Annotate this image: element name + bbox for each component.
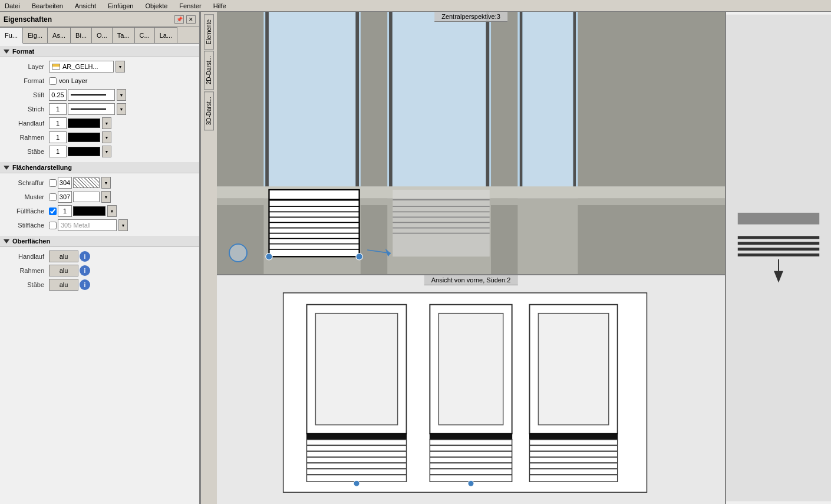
nav-circle[interactable] [229,243,248,262]
handlauf-num-line: 1 [49,117,111,129]
side-tab-3d[interactable]: 3D-Darst... [204,91,214,130]
prop-ob-staebe-row: Stäbe alu i [0,278,199,292]
rahmen-color-box[interactable] [68,133,100,142]
schraffur-dropdown-arrow[interactable] [101,177,111,189]
schraffur-pattern-box[interactable] [73,177,100,188]
prop-handlauf-format-label: Handlauf [5,120,49,127]
svg-rect-77 [738,242,819,245]
ob-handlauf-btn[interactable]: alu [49,251,78,262]
prop-handlauf-format-control: 1 [49,117,194,129]
menu-datei[interactable]: Datei [2,2,22,9]
viewport-2d[interactable]: Ansicht von vorne, Süden:2 [217,274,725,504]
rahmen-num-box[interactable]: 1 [49,131,67,143]
svg-rect-48 [306,434,406,440]
far-right-viewport [726,12,831,504]
viewport-3d[interactable]: Zentralperspektive:3 [217,12,725,274]
staebe-color-box[interactable] [68,147,100,156]
menu-objekte[interactable]: Objekte [143,2,170,9]
strich-num-line: 1 [49,103,126,115]
menu-bearbeiten[interactable]: Bearbeiten [29,2,65,9]
format-checkbox[interactable] [49,77,57,85]
staebe-dropdown-arrow[interactable] [102,146,111,157]
menu-hilfe[interactable]: Hilfe [211,2,229,9]
prop-ob-handlauf-label: Handlauf [5,253,49,260]
side-tab-elemente[interactable]: Elemente [204,14,214,50]
muster-pattern-box[interactable] [73,192,100,202]
properties-panel: Eigenschaften 📌 ✕ Fu... Eig... As... Bi.… [0,12,200,504]
menu-einfuegen[interactable]: Einfügen [105,2,136,9]
svg-rect-74 [726,15,831,502]
ob-staebe-info-btn[interactable]: i [80,279,90,290]
prop-stift-label: Stift [5,91,49,98]
tab-bi[interactable]: Bi... [71,27,92,43]
panel-close-button[interactable]: ✕ [186,15,196,24]
svg-rect-10 [269,12,355,187]
stift-line-preview [71,94,106,95]
side-tab-2d[interactable]: 2D-Darst... [204,51,214,90]
muster-num[interactable]: 307 [58,191,72,203]
strich-line-select[interactable] [68,103,115,115]
section-oberflaechen-triangle [4,239,9,243]
panel-pin-button[interactable]: 📌 [174,15,184,24]
tab-ta[interactable]: Ta... [113,27,135,43]
side-toolbar: Elemente 2D-Darst... 3D-Darst... [200,12,217,504]
stift-line-select[interactable] [68,89,115,101]
svg-rect-45 [438,314,503,425]
prop-rahmen-format-row: Rahmen 1 [0,130,199,144]
schraffur-checkbox[interactable] [49,179,57,187]
fuellflaeche-checkbox[interactable] [49,207,57,215]
prop-strich-row: Strich 1 [0,102,199,116]
prop-stift-control: 0.25 [49,89,194,101]
stilflaeche-select[interactable]: 305 Metall [58,219,117,231]
svg-rect-3 [578,12,725,274]
handlauf-num-box[interactable]: 1 [49,117,67,129]
tab-fu[interactable]: Fu... [0,27,23,44]
tab-as[interactable]: As... [48,27,71,43]
top-menubar: Datei Bearbeiten Ansicht Einfügen Objekt… [0,0,831,12]
ob-rahmen-btn[interactable]: alu [49,265,78,276]
strich-dropdown-arrow[interactable] [117,103,126,115]
section-flaeche-triangle [4,166,9,170]
section-flaeche-header[interactable]: Flächendarstellung [0,162,199,173]
section-flaeche-label: Flächendarstellung [12,164,72,171]
svg-rect-43 [315,314,397,425]
layer-value: AR_GELH... [62,63,98,70]
prop-staebe-format-row: Stäbe 1 [0,144,199,159]
stift-dropdown-arrow[interactable] [117,89,126,101]
fuellflaeche-color-box[interactable] [73,206,105,216]
stilflaeche-dropdown-arrow[interactable] [118,219,128,231]
elevation-svg [726,12,831,504]
rahmen-num-line: 1 [49,131,111,143]
stilflaeche-checkbox[interactable] [49,222,57,229]
prop-fuellflaeche-control: 1 [49,205,194,217]
stift-num-box[interactable]: 0.25 [49,89,67,101]
prop-ob-handlauf-control: alu i [49,251,194,262]
layer-select[interactable]: AR_GELH... [49,61,114,73]
tab-c[interactable]: C... [135,27,155,43]
svg-rect-47 [538,314,608,425]
ob-staebe-btn[interactable]: alu [49,279,78,291]
ob-handlauf-info-btn[interactable]: i [80,251,90,262]
section-oberflaechen-header[interactable]: Oberflächen [0,236,199,247]
muster-checkbox[interactable] [49,193,57,201]
handlauf-dropdown-arrow[interactable] [102,117,111,129]
section-format-header[interactable]: Format [0,46,199,57]
rahmen-dropdown-arrow[interactable] [102,131,111,143]
layer-dropdown-arrow[interactable] [116,61,125,73]
prop-ob-rahmen-control: alu i [49,265,194,276]
muster-dropdown-arrow[interactable] [101,191,111,203]
fuellflaeche-dropdown-arrow[interactable] [107,205,117,217]
strich-num-box[interactable]: 1 [49,103,67,115]
svg-rect-2 [217,12,263,274]
menu-fenster[interactable]: Fenster [177,2,203,9]
handlauf-color-box[interactable] [68,118,100,128]
tab-la[interactable]: La... [155,27,177,43]
tab-eig[interactable]: Eig... [23,27,48,43]
schraffur-num[interactable]: 304 [58,177,72,189]
menu-ansicht[interactable]: Ansicht [72,2,98,9]
tab-o[interactable]: O... [92,27,113,43]
prop-ob-staebe-label: Stäbe [5,281,49,288]
ob-rahmen-info-btn[interactable]: i [80,265,90,276]
fuellflaeche-num[interactable]: 1 [58,205,72,217]
staebe-num-box[interactable]: 1 [49,146,67,157]
